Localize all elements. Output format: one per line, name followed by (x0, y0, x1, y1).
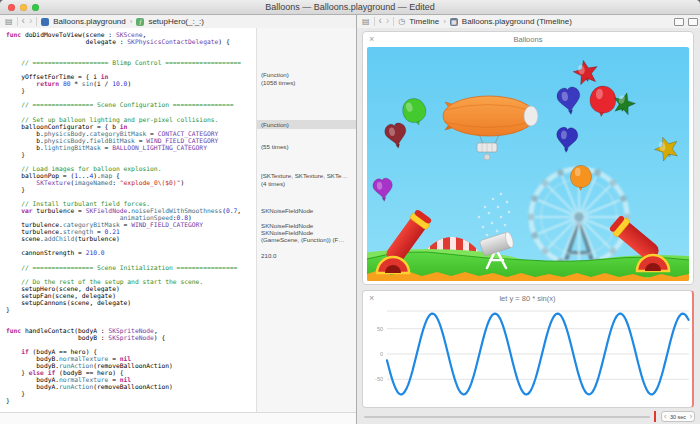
stepper-increase-icon[interactable]: › (690, 413, 692, 420)
chart-card: × let y = 80 * sin(x) 500-50 (362, 290, 694, 408)
divider (17, 17, 18, 26)
code-text: func doDidMoveToView(scene : SKScene, de… (6, 31, 241, 404)
divider (393, 17, 394, 26)
breadcrumb-separator: › (443, 17, 446, 26)
playground-file-icon (41, 18, 49, 26)
title-bar[interactable]: Balloons — Balloons.playground — Edited (0, 0, 700, 15)
source-editor[interactable]: func doDidMoveToView(scene : SKScene, de… (0, 28, 256, 412)
function-icon: f (136, 18, 144, 26)
sine-chart: 500-50 (363, 307, 693, 401)
timeline-pane: × Balloons (356, 28, 700, 424)
editor-jump-bar: ▤ ‹ › Balloons.playground › f setupHero(… (0, 15, 361, 29)
breadcrumb-timeline[interactable]: Timeline (409, 17, 439, 26)
editor-bottom-bar (0, 412, 356, 424)
assistant-editor-icon[interactable] (674, 18, 684, 26)
live-view-title: Balloons (363, 35, 693, 44)
result-value[interactable]: [SKTexture, SKTexture, SKTe… (257, 172, 357, 179)
breadcrumb-symbol[interactable]: setupHero(_:_:) (148, 17, 204, 26)
result-value[interactable]: 210.0 (257, 252, 357, 259)
result-value[interactable]: (4 times) (257, 180, 357, 187)
window-title: Balloons — Balloons.playground — Edited (0, 2, 700, 12)
result-value[interactable]: SKNoiseFieldNode (257, 222, 357, 229)
svg-text:0: 0 (380, 351, 383, 357)
result-value[interactable]: (1058 times) (257, 79, 357, 86)
breadcrumb-separator: › (130, 17, 133, 26)
time-window-value: 30 sec (670, 414, 686, 420)
timeline-slider-track[interactable] (364, 416, 650, 418)
related-items-icon[interactable]: ▤ (362, 18, 370, 26)
back-button[interactable]: ‹ (379, 16, 382, 26)
divider (36, 17, 37, 26)
result-value[interactable]: SKNoiseFieldNode (257, 207, 357, 214)
live-view-header: × Balloons (363, 32, 693, 47)
utilities-panel-icon[interactable] (688, 18, 698, 26)
svg-text:-50: -50 (375, 376, 383, 382)
chart-title: let y = 80 * sin(x) (363, 294, 692, 303)
result-value[interactable]: SKNoiseFieldNode (257, 229, 357, 236)
chart-header: × let y = 80 * sin(x) (363, 291, 692, 306)
result-value[interactable]: (55 times) (257, 143, 357, 150)
live-view-card: × Balloons (362, 31, 694, 285)
playhead-marker[interactable] (654, 411, 656, 422)
forward-button[interactable]: › (29, 16, 32, 26)
result-value[interactable]: (Function) (257, 71, 357, 78)
back-button[interactable]: ‹ (22, 16, 25, 26)
related-items-icon[interactable]: ▤ (5, 18, 13, 26)
timeline-slider-row: ‹ 30 sec › (357, 410, 700, 424)
hero-character (484, 154, 490, 160)
result-value[interactable]: (Function) (257, 120, 357, 129)
xcode-playground-window: Balloons — Balloons.playground — Edited … (0, 0, 700, 424)
timeline-clock-icon: ◷ (398, 18, 405, 26)
breadcrumb-page[interactable]: Balloons.playground (Timeline) (462, 17, 572, 26)
breadcrumb-file[interactable]: Balloons.playground (53, 17, 126, 26)
balloons-scene (367, 47, 689, 281)
time-window-stepper[interactable]: ‹ 30 sec › (661, 411, 695, 422)
stepper-decrease-icon[interactable]: ‹ (664, 413, 666, 420)
divider (374, 17, 375, 26)
results-sidebar: (Function)(1058 times)(Function)(55 time… (256, 28, 357, 412)
result-value[interactable]: (GameScene, (Function)) (F… (257, 236, 357, 243)
timeline-jump-bar: ▤ ‹ › ◷ Timeline › ▦ Balloons.playground… (356, 15, 700, 29)
forward-button[interactable]: › (386, 16, 389, 26)
playground-page-icon: ▦ (450, 18, 458, 26)
svg-text:50: 50 (377, 326, 383, 332)
